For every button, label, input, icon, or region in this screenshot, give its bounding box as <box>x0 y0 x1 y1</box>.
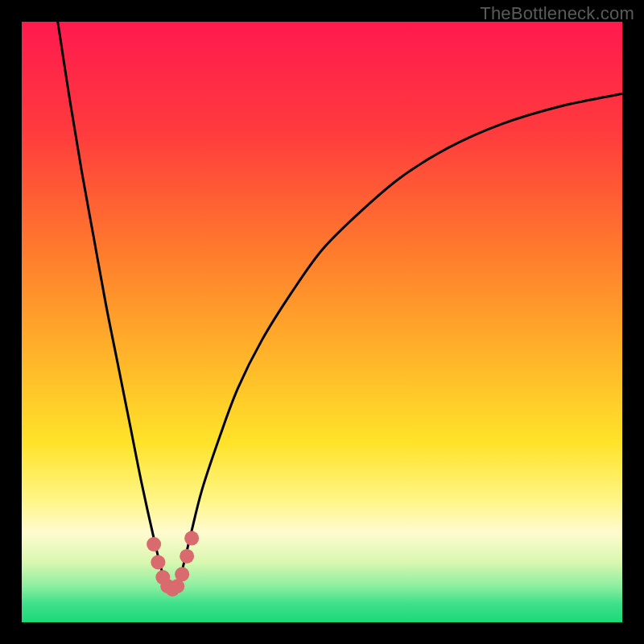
marker-h <box>180 549 194 564</box>
marker-b <box>151 555 165 569</box>
marker-g <box>175 567 189 581</box>
marker-i <box>184 531 199 546</box>
chart-frame <box>22 22 622 622</box>
marker-a <box>147 537 161 551</box>
watermark-text: TheBottleneck.com <box>480 3 634 24</box>
bottleneck-curve <box>58 22 622 592</box>
chart-svg <box>22 22 622 622</box>
marker-group <box>147 531 199 597</box>
